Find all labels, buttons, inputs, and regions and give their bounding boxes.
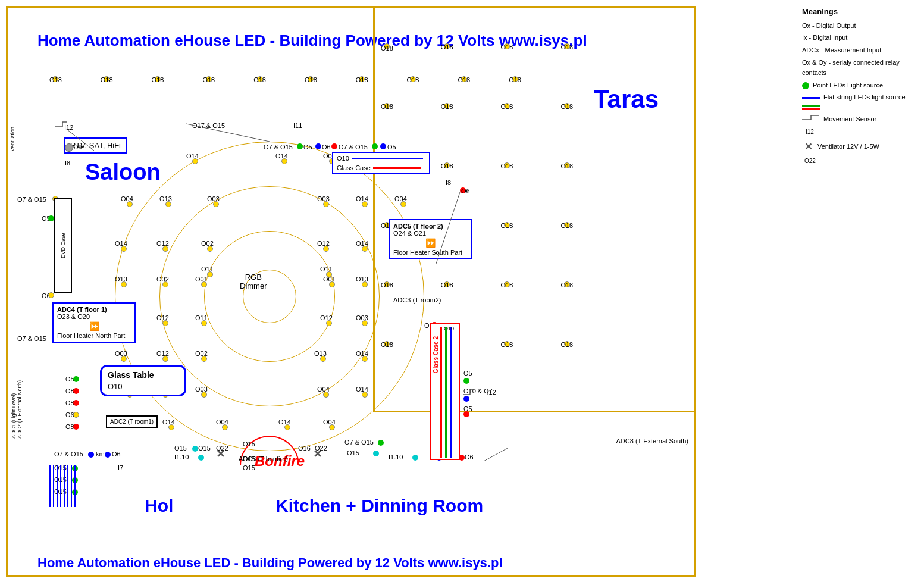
led-line-red: [373, 167, 421, 169]
x-ventilator-icon: ✕: [802, 139, 814, 155]
legend-title: Meanings: [802, 6, 918, 18]
kitchen-label: Kitchen + Dinning Room: [275, 496, 483, 516]
glass-case-top: O10 Glass Case: [332, 152, 430, 174]
movement-sensor-br: I12: [463, 389, 489, 403]
legend-relay: Ox & Oy - serialy connected relay contac…: [802, 58, 918, 79]
o18-group: O18: [381, 43, 393, 51]
main-diagram: Home Automation eHouse LED - Building Po…: [6, 6, 696, 577]
title-bottom: Home Automation eHouse LED - Building Po…: [37, 555, 503, 571]
taras-row-1: O18 O18 O18 O18: [381, 43, 573, 51]
i11-label: I11: [293, 122, 302, 129]
adc2-box: ADC2 (T room1): [106, 415, 158, 428]
svg-line-9: [484, 448, 508, 461]
adc5-box: ADC5 (T floor 2) O24 & O21 ⏩ Floor Heate…: [389, 219, 472, 259]
legend-flat-green: [802, 105, 918, 107]
o5-top: O5: [303, 143, 312, 151]
o6-top: O6: [322, 143, 331, 151]
taras-row-2: O18 O18 O18 O18: [381, 103, 573, 110]
adc1-label: ADC1 (Light Level) ADC7 (T External Nort…: [11, 380, 23, 439]
sensor-circle: [65, 143, 73, 152]
red-line-icon: [802, 108, 820, 110]
ventilation-label: Ventilation: [10, 127, 15, 152]
legend-ox: Ox - Digital Output: [802, 21, 918, 32]
adc8-label: ADC8 (T External South): [616, 437, 688, 445]
rgb-dimmer-label: RGB Dimmer: [240, 273, 267, 290]
legend-ventilator: ✕ Ventilator 12V / 1-5W: [802, 139, 918, 155]
top-o18-row: O18 O18 O18 O18 O18 O18 O18 O18 O18 O18: [49, 76, 521, 83]
taras-label: Taras: [594, 85, 659, 114]
dot-o6-dvd: [48, 292, 54, 298]
dot-o5-dvd: [48, 215, 54, 221]
legend-flat-red: [802, 108, 918, 110]
green-dot-icon: [802, 82, 809, 89]
i8-label: I8: [65, 159, 70, 167]
o7-o15-top: O7 & O15: [264, 143, 293, 151]
glass-table-box: Glass Table O10: [100, 365, 186, 396]
o9-label: O9: [73, 143, 82, 151]
o17-o15-label: O17 & O15: [192, 122, 225, 129]
floor-lines: [49, 465, 76, 507]
legend: Meanings Ox - Digital Output Ix - Digita…: [802, 6, 918, 166]
circles-area: RGB Dimmer O14 O14 O04 O04 O13 O03 O03 O…: [109, 136, 430, 457]
green-line-icon: [802, 105, 820, 107]
legend-ix: Ix - Digital Input: [802, 33, 918, 43]
legend-adcx: ADCx - Measurement Input: [802, 45, 918, 56]
legend-movement: Movement Sensor: [802, 114, 918, 126]
movement-sensor-icon: [802, 114, 820, 126]
adc4-box: ADC4 (T floor 1) O23 & O20 ⏩ Floor Heate…: [52, 302, 136, 343]
legend-point-led: Point LEDs Light source: [802, 80, 918, 91]
hol-label: Hol: [145, 496, 173, 516]
o7-o15-top2: O7 & O15: [339, 143, 368, 151]
dvd-box: DVD Case: [54, 198, 72, 293]
o7-o15-mid: O7 & O15: [17, 335, 46, 342]
adc3-label: ADC3 (T room2): [393, 296, 441, 304]
led-line-blue: [352, 158, 423, 159]
glass-case2-box: Glass Case 2 O10: [430, 323, 460, 460]
o7-o15-label-left: O7 & O15: [17, 196, 46, 203]
blue-line-icon: [802, 97, 820, 99]
movement-sensor-tl: [55, 121, 70, 135]
legend-flat-blue: Flat string LEDs light source: [802, 92, 918, 103]
